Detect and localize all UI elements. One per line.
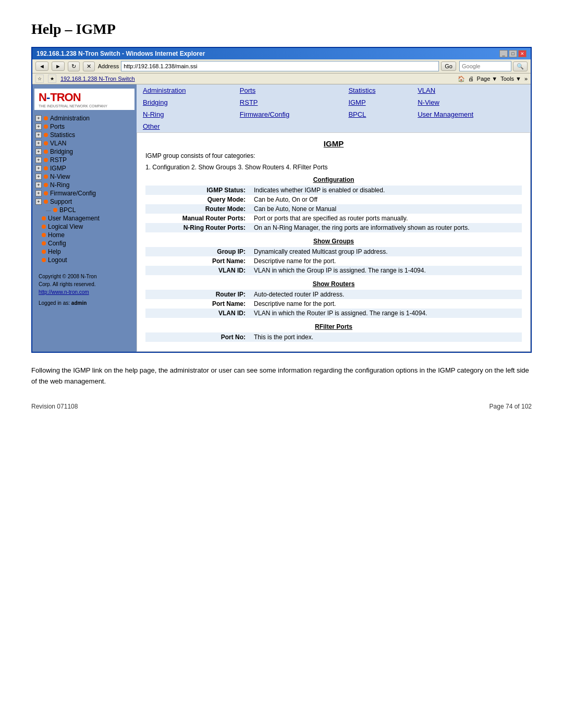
bullet-config bbox=[42, 241, 46, 245]
nav-link-nview[interactable]: N-View bbox=[418, 98, 439, 106]
sidebar-item-administration[interactable]: + Administration bbox=[35, 114, 133, 122]
sidebar-label-support: Support bbox=[50, 198, 72, 205]
sidebar-label-config: Config bbox=[48, 240, 66, 247]
label-router-ip: Router IP: bbox=[145, 290, 250, 299]
label-group-ip: Group IP: bbox=[145, 247, 250, 256]
address-bar: Address Go bbox=[98, 61, 456, 71]
sidebar-item-nring[interactable]: + N-Ring bbox=[35, 181, 133, 189]
sidebar-label-home: Home bbox=[48, 231, 65, 239]
nav-link-usermgmt[interactable]: User Management bbox=[418, 110, 473, 118]
content-area: IGMP IGMP group consists of four categor… bbox=[137, 132, 531, 352]
stop-button[interactable]: ✕ bbox=[83, 61, 95, 71]
value-port-name-groups: Descriptive name for the port. bbox=[250, 256, 522, 266]
bullet-bpcl bbox=[53, 208, 57, 212]
sidebar-item-support[interactable]: + Support bbox=[35, 198, 133, 206]
footer-url[interactable]: http://www.n-tron.com bbox=[39, 289, 89, 295]
chevron-right-icon[interactable]: » bbox=[524, 76, 528, 82]
back-button[interactable]: ◄ bbox=[35, 61, 48, 71]
bullet-administration bbox=[44, 116, 48, 120]
tools-button[interactable]: Tools ▼ bbox=[500, 76, 521, 82]
sidebar-label-nview: N-View bbox=[50, 173, 70, 180]
bullet-logout bbox=[42, 258, 46, 262]
sidebar-item-help[interactable]: Help bbox=[35, 248, 133, 256]
favorites-link[interactable]: 192.168.1.238 N-Tron Switch bbox=[60, 76, 135, 82]
label-port-no: Port No: bbox=[145, 332, 250, 342]
expand-icon-bridging: + bbox=[35, 149, 42, 155]
bullet-nring bbox=[44, 183, 48, 187]
minimize-button[interactable]: _ bbox=[499, 50, 508, 57]
bullet-ports bbox=[44, 125, 48, 129]
nav-link-other[interactable]: Other bbox=[143, 122, 160, 130]
sidebar-item-bpcl[interactable]: — BPCL bbox=[35, 206, 133, 214]
nav-link-bpcl[interactable]: BPCL bbox=[348, 110, 366, 118]
nav-link-bridging[interactable]: Bridging bbox=[143, 98, 168, 106]
sidebar-item-ports[interactable]: + Ports bbox=[35, 122, 133, 131]
nav-link-ports[interactable]: Ports bbox=[240, 87, 255, 94]
nav-table: Administration Ports Statistics VLAN Bri… bbox=[137, 84, 531, 132]
sidebar-label-bpcl: BPCL bbox=[59, 206, 76, 214]
table-row: Port Name: Descriptive name for the port… bbox=[145, 299, 522, 309]
footer-login: Logged in as: admin bbox=[39, 299, 130, 307]
section-heading-show-routers: Show Routers bbox=[145, 280, 522, 288]
sidebar-item-usermgmt[interactable]: User Management bbox=[35, 214, 133, 223]
show-routers-table: Router IP: Auto-detected router IP addre… bbox=[145, 290, 522, 318]
value-port-no: This is the port index. bbox=[250, 332, 522, 342]
page-button[interactable]: Page ▼ bbox=[477, 76, 498, 82]
search-button[interactable]: 🔍 bbox=[513, 61, 528, 71]
sidebar-item-home[interactable]: Home bbox=[35, 231, 133, 239]
sidebar-item-vlan[interactable]: + VLAN bbox=[35, 139, 133, 147]
browser-content: N-TRON THE INDUSTRIAL NETWORK COMPANY + … bbox=[32, 84, 531, 352]
sidebar-label-help: Help bbox=[48, 248, 61, 255]
bullet-vlan bbox=[44, 141, 48, 145]
nav-link-statistics[interactable]: Statistics bbox=[348, 87, 375, 94]
value-port-name-routers: Descriptive name for the port. bbox=[250, 299, 522, 309]
go-button[interactable]: Go bbox=[441, 61, 456, 71]
label-manual-router-ports: Manual Router Ports: bbox=[145, 214, 250, 223]
sidebar-label-administration: Administration bbox=[50, 115, 90, 122]
sidebar-item-bridging[interactable]: + Bridging bbox=[35, 147, 133, 156]
table-row: Port Name: Descriptive name for the port… bbox=[145, 256, 522, 266]
bullet-rstp bbox=[44, 158, 48, 162]
nav-link-igmp[interactable]: IGMP bbox=[348, 98, 365, 106]
label-vlan-id-groups: VLAN ID: bbox=[145, 266, 250, 275]
address-input[interactable] bbox=[121, 61, 439, 71]
sidebar-item-config[interactable]: Config bbox=[35, 239, 133, 248]
expand-icon-vlan: + bbox=[35, 140, 42, 146]
footer-revision: Revision 071108 bbox=[31, 403, 78, 410]
page-title: Help – IGMP bbox=[31, 21, 532, 38]
expand-icon-rstp: + bbox=[35, 157, 42, 163]
forward-button[interactable]: ► bbox=[52, 61, 65, 71]
sidebar-item-igmp[interactable]: + IGMP bbox=[35, 164, 133, 172]
close-button[interactable]: ✕ bbox=[518, 50, 527, 57]
search-input[interactable] bbox=[459, 61, 511, 71]
nav-link-rstp[interactable]: RSTP bbox=[240, 98, 258, 106]
nav-link-firmware[interactable]: Firmware/Config bbox=[240, 110, 289, 118]
sidebar-label-statistics: Statistics bbox=[50, 131, 75, 139]
bullet-home bbox=[42, 233, 46, 237]
sidebar-item-firmware[interactable]: + Firmware/Config bbox=[35, 189, 133, 198]
nav-link-nring[interactable]: N-Ring bbox=[143, 110, 164, 118]
sidebar-item-logicalview[interactable]: Logical View bbox=[35, 223, 133, 231]
value-vlan-id-routers: VLAN in which the Router IP is assigned.… bbox=[250, 309, 522, 318]
value-query-mode: Can be Auto, On or Off bbox=[250, 195, 522, 204]
refresh-button[interactable]: ↻ bbox=[68, 61, 80, 71]
expand-icon-nring: + bbox=[35, 182, 42, 188]
nav-link-vlan[interactable]: VLAN bbox=[418, 87, 435, 94]
configuration-table: IGMP Status: Indicates whether IGMP is e… bbox=[145, 186, 522, 232]
search-box: 🔍 bbox=[459, 61, 528, 71]
maximize-button[interactable]: □ bbox=[509, 50, 517, 57]
sidebar-item-statistics[interactable]: + Statistics bbox=[35, 131, 133, 139]
browser-titlebar: 192.168.1.238 N-Tron Switch - Windows In… bbox=[32, 48, 531, 59]
bullet-support bbox=[44, 200, 48, 204]
sidebar-item-nview[interactable]: + N-View bbox=[35, 172, 133, 181]
nav-link-administration[interactable]: Administration bbox=[143, 87, 186, 94]
section-heading-configuration: Configuration bbox=[145, 176, 522, 183]
sidebar-label-usermgmt: User Management bbox=[48, 215, 100, 222]
table-row: IGMP Status: Indicates whether IGMP is e… bbox=[145, 186, 522, 195]
sidebar-item-logout[interactable]: Logout bbox=[35, 256, 133, 264]
value-igmp-status: Indicates whether IGMP is enabled or dis… bbox=[250, 186, 522, 195]
value-router-ip: Auto-detected router IP address. bbox=[250, 290, 522, 299]
print-icon[interactable]: 🖨 bbox=[468, 76, 474, 82]
home-icon[interactable]: 🏠 bbox=[458, 76, 465, 82]
sidebar-item-rstp[interactable]: + RSTP bbox=[35, 156, 133, 164]
